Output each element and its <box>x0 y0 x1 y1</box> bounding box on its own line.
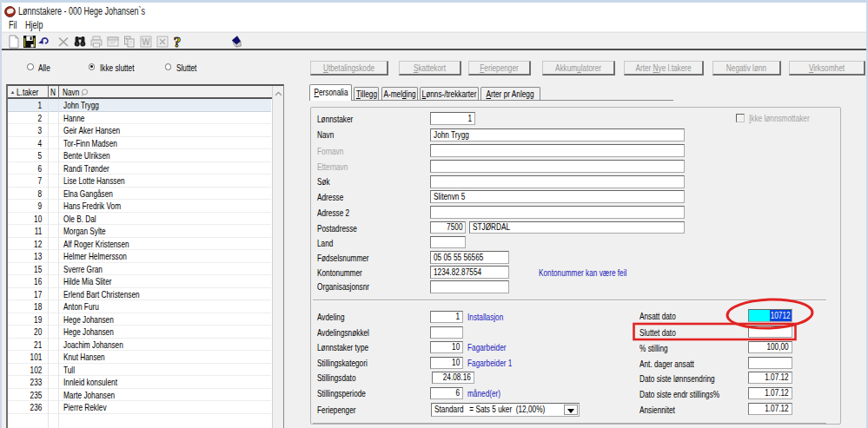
svg-text:W: W <box>142 37 150 47</box>
svg-text:?: ? <box>174 34 182 49</box>
